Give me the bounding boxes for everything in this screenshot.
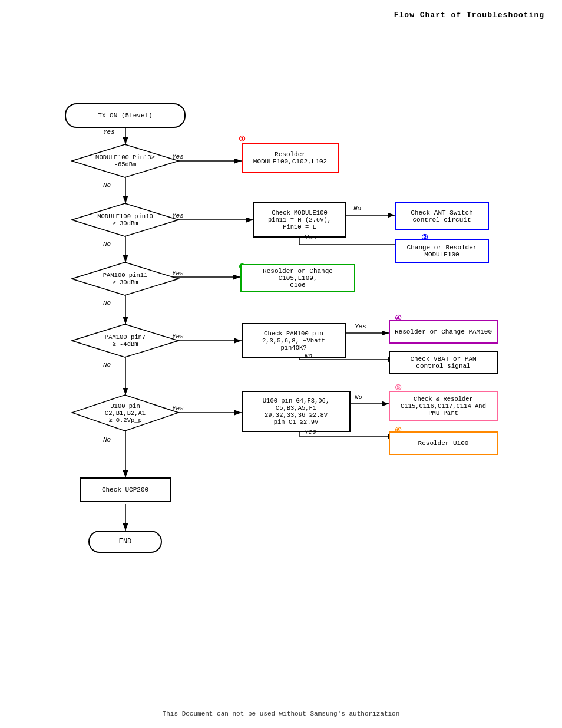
- action-ant-node: Check ANT Switch control circuit: [395, 202, 489, 230]
- diamond5: U100 pin C2,B1,B2,A1 ≥ 0.2Vp_p: [71, 394, 180, 432]
- header-line: [12, 25, 550, 25]
- yes-label-check3: Yes: [305, 429, 316, 436]
- action3-node: Resolder or Change C105,L109, C106: [240, 264, 355, 292]
- yes-label-1: Yes: [103, 129, 115, 136]
- yes-label-d5: Yes: [172, 405, 184, 412]
- footer-text: This Document can not be used without Sa…: [0, 710, 562, 717]
- no-label-d3: No: [103, 299, 111, 307]
- yes-label-d1: Yes: [172, 153, 184, 160]
- yes-label-d2: Yes: [172, 212, 184, 219]
- diamond2: MODULE100 pin10 ≥ 30dBm: [71, 202, 180, 238]
- action6-node: Resolder U100: [389, 431, 498, 455]
- action-module-node: Change or Resolder MODULE100: [395, 239, 489, 263]
- flowchart: TX ON (5Level) Yes MODULE100 Pin13≥ -65d…: [12, 35, 550, 693]
- yes-label-check1: Yes: [305, 234, 316, 241]
- no-label-check3: No: [355, 394, 362, 401]
- check-ucp-node: Check UCP200: [80, 477, 171, 502]
- check3-node: U100 pin G4,F3,D6, C5,B3,A5,F1 29,32,33,…: [242, 391, 351, 432]
- page: Flow Chart of Troubleshooting This Docum…: [0, 0, 562, 728]
- action5-node: Check & Resolder C115,C116,C117,C114 And…: [389, 391, 498, 421]
- no-label-d1: No: [103, 182, 111, 189]
- check2-node: Check PAM100 pin 2,3,5,6,8, +Vbatt pin4O…: [242, 323, 346, 358]
- no-label-check2: No: [305, 353, 312, 360]
- no-label-d5: No: [103, 436, 111, 443]
- action4-node: Resolder or Change PAM100: [389, 320, 498, 344]
- diamond4: PAM100 pin7 ≥ -4dBm: [71, 323, 180, 358]
- check1-node: Check MODULE100 pin11 = H (2.6V), Pin10 …: [253, 202, 346, 238]
- page-title: Flow Chart of Troubleshooting: [394, 11, 544, 19]
- action1-node: Resolder MODULE100,C102,L102: [242, 143, 339, 173]
- start-node: TX ON (5Level): [65, 103, 186, 128]
- yes-label-d3: Yes: [172, 270, 184, 277]
- end-node: END: [88, 531, 162, 553]
- action-vbat-node: Check VBAT or PAM control signal: [389, 351, 498, 374]
- footer-line: [12, 703, 550, 703]
- yes-label-d4: Yes: [172, 333, 184, 340]
- yes-label-check2: Yes: [355, 323, 366, 330]
- no-label-d4: No: [103, 361, 111, 368]
- no-label-d2: No: [103, 241, 111, 248]
- no-label-check1: No: [353, 205, 361, 212]
- diamond3: PAM100 pin11 ≥ 30dBm: [71, 261, 180, 297]
- diamond1: MODULE100 Pin13≥ -65dBm: [71, 143, 180, 179]
- circle-1: ①: [239, 134, 246, 144]
